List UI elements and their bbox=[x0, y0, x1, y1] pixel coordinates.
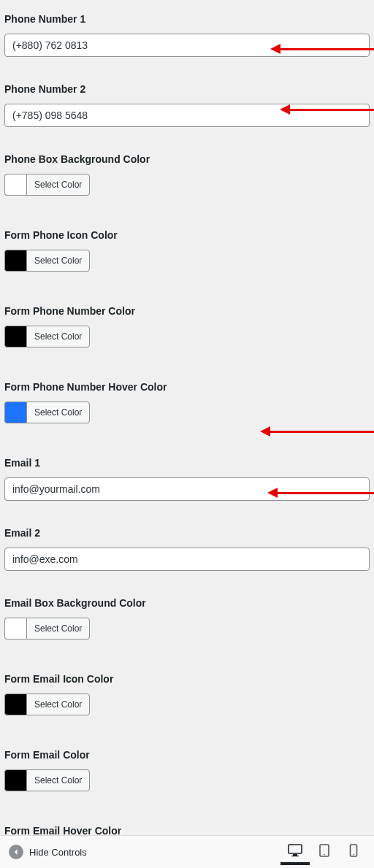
swatch-email-icon[interactable] bbox=[4, 694, 26, 715]
svg-rect-0 bbox=[289, 845, 302, 853]
svg-point-6 bbox=[353, 854, 354, 856]
label-phone-box-bg: Phone Box Background Color bbox=[4, 145, 370, 168]
swatch-email-box-bg[interactable] bbox=[4, 618, 26, 640]
control-phone1: Phone Number 1 bbox=[0, 0, 374, 70]
swatch-email[interactable] bbox=[4, 769, 26, 791]
control-email-color: Form Email Color Select Color bbox=[0, 736, 374, 812]
svg-point-4 bbox=[324, 854, 325, 856]
color-phone-box-bg: Select Color bbox=[4, 174, 90, 196]
svg-rect-1 bbox=[293, 854, 297, 856]
color-phone-number: Select Color bbox=[4, 326, 90, 347]
customizer-panel: Phone Number 1 Phone Number 2 Phone Box … bbox=[0, 0, 374, 868]
device-desktop-button[interactable] bbox=[280, 839, 310, 865]
hide-controls-button[interactable]: Hide Controls bbox=[6, 842, 90, 862]
label-phone-icon-color: Form Phone Icon Color bbox=[4, 220, 370, 244]
control-phone2: Phone Number 2 bbox=[0, 70, 374, 140]
select-color-email-box-bg[interactable]: Select Color bbox=[26, 618, 90, 640]
color-phone-icon: Select Color bbox=[4, 250, 90, 272]
control-phone-box-bg: Phone Box Background Color Select Color bbox=[0, 140, 374, 216]
label-phone2: Phone Number 2 bbox=[4, 74, 370, 98]
device-preview-toggles bbox=[280, 839, 368, 865]
control-phone-number-color: Form Phone Number Color Select Color bbox=[0, 292, 374, 368]
footer-bar: Hide Controls bbox=[0, 835, 374, 868]
control-phone-icon-color: Form Phone Icon Color Select Color bbox=[0, 216, 374, 292]
swatch-phone-icon[interactable] bbox=[4, 250, 26, 272]
input-phone1[interactable] bbox=[4, 34, 370, 57]
tablet-icon bbox=[318, 844, 330, 857]
control-email2: Email 2 bbox=[0, 514, 374, 584]
svg-rect-2 bbox=[291, 856, 299, 856]
swatch-phone-number[interactable] bbox=[4, 326, 26, 347]
control-email-icon-color: Form Email Icon Color Select Color bbox=[0, 660, 374, 736]
input-email1[interactable] bbox=[4, 477, 370, 501]
select-color-phone-number[interactable]: Select Color bbox=[26, 326, 90, 347]
device-tablet-button[interactable] bbox=[310, 839, 339, 865]
label-phone-number-color: Form Phone Number Color bbox=[4, 296, 370, 320]
hide-controls-label: Hide Controls bbox=[29, 847, 87, 858]
select-color-phone-box-bg[interactable]: Select Color bbox=[26, 174, 90, 196]
collapse-left-icon bbox=[9, 845, 23, 859]
select-color-email-icon[interactable]: Select Color bbox=[26, 694, 90, 715]
input-phone2[interactable] bbox=[4, 104, 370, 127]
color-email-icon: Select Color bbox=[4, 694, 90, 715]
control-email1: Email 1 bbox=[0, 444, 374, 514]
label-email-box-bg: Email Box Background Color bbox=[4, 588, 370, 612]
label-email2: Email 2 bbox=[4, 518, 370, 542]
swatch-phone-number-hover[interactable] bbox=[4, 402, 26, 423]
select-color-phone-number-hover[interactable]: Select Color bbox=[26, 402, 90, 423]
label-email-color: Form Email Color bbox=[4, 740, 370, 764]
label-email1: Email 1 bbox=[4, 448, 370, 472]
label-email-icon-color: Form Email Icon Color bbox=[4, 664, 370, 688]
select-color-phone-icon[interactable]: Select Color bbox=[26, 250, 90, 272]
device-mobile-button[interactable] bbox=[339, 839, 368, 865]
control-phone-number-hover: Form Phone Number Hover Color Select Col… bbox=[0, 368, 374, 444]
label-phone1: Phone Number 1 bbox=[4, 4, 370, 28]
input-email2[interactable] bbox=[4, 548, 370, 571]
color-phone-number-hover: Select Color bbox=[4, 402, 90, 423]
color-email-box-bg: Select Color bbox=[4, 618, 90, 640]
mobile-icon bbox=[349, 844, 358, 857]
control-email-box-bg: Email Box Background Color Select Color bbox=[0, 584, 374, 660]
select-color-email[interactable]: Select Color bbox=[26, 769, 90, 791]
desktop-icon bbox=[288, 844, 302, 857]
color-email: Select Color bbox=[4, 769, 90, 791]
label-phone-number-hover: Form Phone Number Hover Color bbox=[4, 372, 370, 396]
swatch-phone-box-bg[interactable] bbox=[4, 174, 26, 196]
